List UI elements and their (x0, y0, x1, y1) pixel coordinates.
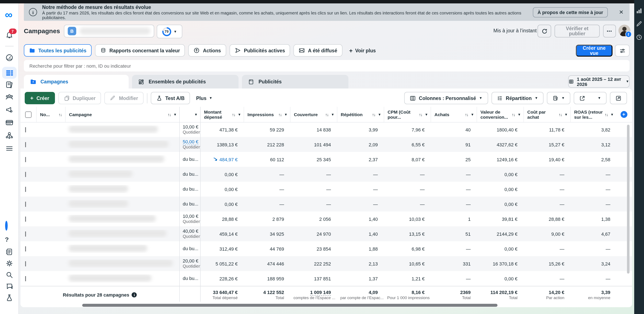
campaign-name-redacted[interactable] (65, 230, 179, 238)
column-header-name[interactable]: No...↑↓ (36, 107, 65, 122)
sidebar-item-meta-logo[interactable]: ∞ (0, 10, 19, 19)
duplicate-button[interactable]: Dupliquer (58, 92, 101, 104)
table-row[interactable]: 10,00 €Quotidien28,88 €2 8792 0561,4010,… (20, 212, 632, 226)
tab-publicites[interactable]: Publicités (242, 75, 348, 88)
sort-icon[interactable]: ↑↓ (232, 112, 235, 117)
row-checkbox[interactable] (25, 157, 26, 162)
row-checkbox[interactable] (25, 231, 26, 236)
charts-button[interactable] (610, 92, 627, 104)
cost-per-purchase-cell[interactable]: 19,40 € (524, 157, 570, 162)
sidebar-item-experiments[interactable] (0, 294, 19, 303)
campaign-name-redacted[interactable] (65, 140, 179, 148)
filter-caret-icon[interactable]: ▼ (284, 113, 288, 116)
campaign-name-redacted[interactable] (65, 215, 179, 223)
edit-button[interactable]: Modifier (104, 92, 144, 104)
rail-item-insights-panel[interactable] (636, 8, 642, 14)
view-settings-button[interactable] (615, 45, 630, 57)
date-range-button[interactable]: 1 août 2025 – 12 avr 2026 ▼ (568, 75, 630, 88)
table-row[interactable]: du bu...484,97 €60 11225 3452,378,07 €25… (20, 152, 632, 167)
sidebar-item-audiences[interactable] (0, 93, 19, 102)
avatar[interactable]: f (618, 25, 630, 36)
refresh-button[interactable] (538, 25, 551, 37)
table-row[interactable]: 20,00 €Quotidien5 051,22 €474 446222 252… (20, 256, 632, 271)
campaign-name-redacted[interactable] (65, 170, 179, 178)
column-header-cpa[interactable]: Coût par achat↑↓▼ (524, 107, 570, 122)
cost-per-purchase-cell[interactable]: 11,78 € (524, 127, 570, 132)
campaign-name-redacted[interactable] (65, 275, 179, 283)
account-selector[interactable]: B (64, 25, 154, 37)
filter-caret-icon[interactable]: ▼ (471, 113, 474, 116)
roas-cell[interactable]: 3,82 (570, 127, 616, 132)
roas-cell[interactable]: 3,24 (570, 261, 616, 266)
row-checkbox[interactable] (25, 276, 26, 281)
filter-chip-0[interactable]: Toutes les publicités (24, 44, 92, 57)
filter-caret-icon[interactable]: ▼ (238, 113, 241, 116)
row-checkbox[interactable] (25, 201, 26, 207)
sort-icon[interactable]: ↑↓ (465, 112, 468, 117)
sort-icon[interactable]: ↑↓ (372, 112, 375, 117)
table-row[interactable]: du bu...0,00 €—————0,00 €—— (20, 182, 632, 197)
sidebar-item-campaigns[interactable] (0, 67, 19, 79)
column-header-spent[interactable]: Montant dépensé↑↓▼ (200, 107, 244, 122)
banner-close-icon[interactable]: ✕ (619, 9, 624, 15)
summary-reach[interactable]: 1 009 149comptes de l’Espace ... (290, 289, 337, 300)
campaign-name-redacted[interactable] (65, 200, 179, 208)
select-all-checkbox[interactable] (25, 111, 32, 118)
column-header-roas[interactable]: ROAS (retour sur les...↑↓▼ (570, 107, 616, 122)
roas-cell[interactable]: 1,38 (570, 216, 616, 222)
sidebar-item-events-manager[interactable] (0, 131, 19, 140)
filter-caret-icon[interactable]: ▼ (564, 113, 568, 116)
tab-ensembles[interactable]: Ensembles de publicités (132, 75, 238, 88)
cost-per-purchase-cell[interactable]: 28,88 € (524, 216, 570, 222)
breakdown-button[interactable]: Répartition▼ (491, 92, 544, 104)
filter-caret-icon[interactable]: ▼ (425, 113, 428, 116)
filter-chip-1[interactable]: Rapports concernant la valeur (95, 44, 185, 57)
cost-per-purchase-cell[interactable]: 15,27 € (524, 142, 570, 147)
column-header-campaign[interactable]: Campagne↑↓▼ (65, 107, 179, 122)
row-checkbox[interactable] (25, 127, 26, 132)
sort-icon[interactable]: ↑↓ (58, 112, 62, 117)
filter-caret-icon[interactable]: ▼ (378, 113, 381, 116)
column-header-reach[interactable]: Couverture↑↓▼ (290, 107, 337, 122)
row-checkbox[interactable] (25, 142, 26, 147)
campaign-name-redacted[interactable] (65, 260, 179, 268)
column-header-impressions[interactable]: Impressions↑↓▼ (244, 107, 290, 122)
reports-button[interactable]: ▼ (547, 92, 570, 104)
sidebar-item-notifications[interactable]: 7 (0, 31, 19, 39)
row-checkbox[interactable] (25, 246, 26, 251)
column-header-budget[interactable]: ▼ (179, 107, 200, 122)
sidebar-item-all-tools-menu[interactable] (0, 144, 19, 153)
roas-cell[interactable]: 3,12 (570, 142, 616, 147)
filter-caret-icon[interactable]: ▼ (173, 113, 177, 116)
row-checkbox[interactable] (25, 261, 26, 266)
table-row[interactable]: 40,00 €Quotidien459,14 €34 92524 9701,40… (20, 226, 632, 241)
filter-caret-icon[interactable]: ▼ (518, 113, 521, 116)
conversion-value-cell[interactable]: 39,81 € (476, 216, 524, 222)
sidebar-item-settings[interactable] (0, 259, 19, 268)
create-view-button[interactable]: Créer une vue (576, 45, 612, 57)
campaign-name-redacted[interactable] (65, 155, 179, 163)
sort-icon[interactable]: ↑↓ (604, 112, 608, 117)
rail-item-edit-panel[interactable] (636, 21, 642, 27)
conversion-value-cell[interactable]: 4327,62 € (476, 142, 524, 147)
conversion-value-cell[interactable]: 2144,29 € (476, 231, 524, 236)
sort-icon[interactable]: ↑↓ (558, 112, 562, 117)
campaign-name-redacted[interactable] (65, 125, 179, 134)
campaign-name-redacted[interactable] (65, 245, 179, 253)
header-more-button[interactable]: ••• (603, 25, 616, 37)
table-row[interactable]: du bu...0,00 €—————0,00 €—— (20, 197, 632, 212)
sidebar-item-reporting-notes[interactable] (0, 248, 19, 257)
column-header-conv_value[interactable]: Valeur de conversion...↑↓▼ (476, 107, 524, 122)
filter-caret-icon[interactable]: ▼ (331, 113, 334, 116)
sidebar-item-search-tool[interactable] (0, 271, 19, 280)
table-row[interactable]: du bu...228,26 €188 959137 8511,371,21 €… (20, 271, 632, 286)
sidebar-item-business-ring[interactable] (0, 222, 19, 231)
review-publish-button[interactable]: Vérifier et publier (554, 25, 600, 37)
filter-chip-3[interactable]: Publicités actives (229, 44, 290, 57)
sidebar-item-help[interactable]: ? (0, 236, 19, 245)
banner-about-button[interactable]: À propos de cette mise à jour (533, 7, 608, 17)
conversion-value-cell[interactable]: 16 370,18 € (476, 261, 524, 266)
vertical-scrollbar[interactable] (627, 125, 630, 274)
campaign-name-redacted[interactable] (65, 185, 179, 193)
sidebar-item-overview[interactable] (0, 54, 19, 62)
